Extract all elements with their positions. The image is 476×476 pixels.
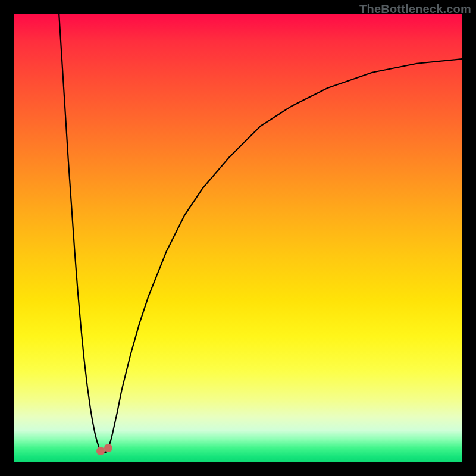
plot-area xyxy=(14,14,462,462)
curve-left-branch xyxy=(59,14,104,453)
outer-frame: TheBottleneck.com xyxy=(0,0,476,476)
minimum-marker-right xyxy=(104,444,112,452)
watermark-text: TheBottleneck.com xyxy=(359,2,471,16)
curve-layer xyxy=(14,14,462,462)
curve-right-branch xyxy=(104,59,462,453)
